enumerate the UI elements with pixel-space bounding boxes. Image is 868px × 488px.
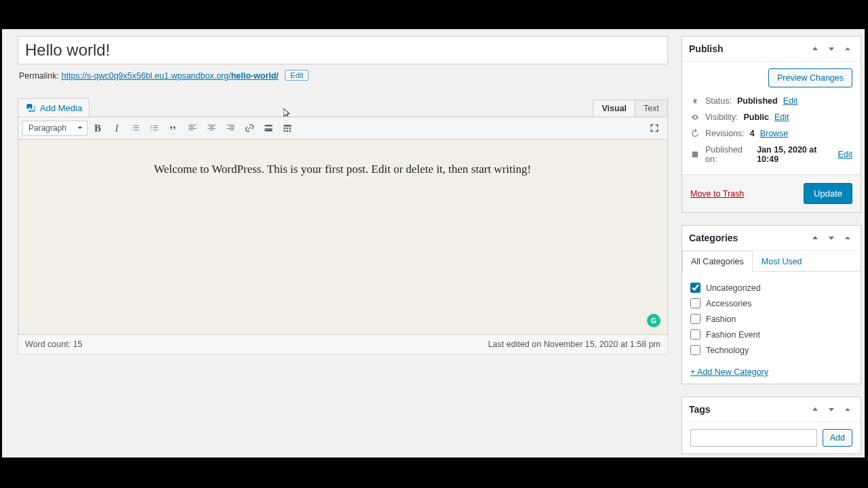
permalink-url[interactable]: https://s-qwc0q9x5x56bl.eu1.wpsandbox.or…: [62, 71, 279, 81]
tab-all-categories[interactable]: All Categories: [682, 251, 753, 272]
svg-rect-1: [283, 127, 285, 129]
editor-mode-tabs: Visual Text: [593, 100, 668, 117]
move-up-icon[interactable]: [809, 43, 821, 55]
visibility-edit-link[interactable]: Edit: [774, 113, 789, 122]
preview-changes-button[interactable]: Preview Changes: [768, 68, 852, 87]
category-checkbox[interactable]: [690, 345, 701, 355]
word-count: Word count: 15: [25, 340, 83, 349]
post-content[interactable]: Welcome to WordPress. This is your first…: [154, 160, 534, 180]
add-media-button[interactable]: Add Media: [18, 98, 90, 117]
published-date-row: Published on: Jan 15, 2020 at 10:49 Edit: [690, 142, 852, 167]
published-edit-link[interactable]: Edit: [837, 150, 852, 159]
revisions-browse-link[interactable]: Browse: [760, 129, 789, 138]
move-down-icon[interactable]: [825, 403, 837, 415]
tab-visual[interactable]: Visual: [593, 100, 635, 117]
category-checkbox[interactable]: [690, 314, 701, 324]
move-to-trash-link[interactable]: Move to Trash: [690, 189, 744, 199]
move-up-icon[interactable]: [809, 232, 821, 244]
category-checkbox[interactable]: [690, 329, 701, 340]
tags-input[interactable]: [690, 429, 817, 447]
bold-button[interactable]: B: [89, 120, 106, 136]
blockquote-button[interactable]: [165, 120, 182, 136]
category-item[interactable]: Technology: [690, 342, 852, 358]
permalink-label: Permalink:: [19, 71, 59, 81]
category-list: Uncategorized Accessories Fashion Fashio…: [690, 279, 852, 362]
grammarly-badge-icon[interactable]: G: [647, 314, 660, 327]
svg-rect-6: [289, 130, 290, 131]
update-button[interactable]: Update: [804, 183, 852, 204]
svg-rect-3: [289, 127, 290, 129]
italic-button[interactable]: I: [108, 120, 125, 136]
category-item[interactable]: Accessories: [690, 296, 852, 311]
move-down-icon[interactable]: [825, 232, 837, 244]
svg-rect-2: [286, 127, 288, 129]
revisions-row: Revisions: 4 Browse: [690, 125, 852, 142]
tags-heading: Tags: [689, 404, 711, 415]
toggle-panel-icon[interactable]: [842, 43, 854, 55]
add-new-category-link[interactable]: + Add New Category: [690, 367, 768, 377]
tab-text[interactable]: Text: [635, 100, 668, 117]
history-icon: [690, 129, 700, 138]
align-right-button[interactable]: [222, 120, 239, 136]
svg-rect-4: [283, 130, 285, 131]
status-row: Status: Published Edit: [690, 93, 852, 109]
publish-metabox: Publish Preview Changes Status: Publishe…: [682, 36, 861, 213]
post-title-wrap[interactable]: [18, 36, 668, 64]
category-item[interactable]: Fashion Event: [690, 327, 852, 342]
fullscreen-button[interactable]: [646, 120, 663, 136]
numbered-list-button[interactable]: [146, 120, 163, 136]
category-item[interactable]: Fashion: [690, 311, 852, 327]
toolbar-toggle-button[interactable]: [279, 120, 296, 136]
align-center-button[interactable]: [203, 120, 220, 136]
pin-icon: [690, 96, 700, 106]
editor-toolbar: Paragraph B I: [18, 117, 668, 140]
publish-heading: Publish: [689, 43, 724, 54]
category-checkbox[interactable]: [690, 298, 701, 308]
tab-most-used-categories[interactable]: Most Used: [753, 251, 811, 272]
editor-canvas[interactable]: Welcome to WordPress. This is your first…: [18, 140, 668, 335]
last-edited: Last edited on November 15, 2020 at 1:58…: [488, 340, 660, 349]
toggle-panel-icon[interactable]: [842, 232, 854, 244]
permalink-edit-button[interactable]: Edit: [285, 70, 309, 81]
media-icon: [25, 102, 36, 113]
toggle-panel-icon[interactable]: [842, 403, 854, 415]
add-tag-button[interactable]: Add: [823, 429, 852, 447]
calendar-icon: [690, 150, 700, 159]
move-down-icon[interactable]: [825, 43, 837, 55]
status-edit-link[interactable]: Edit: [783, 96, 798, 106]
categories-metabox: Categories All Categories Most Used Unca…: [682, 225, 861, 384]
category-checkbox[interactable]: [690, 283, 701, 293]
editor-footer: Word count: 15 Last edited on November 1…: [18, 335, 668, 354]
paragraph-format-select[interactable]: Paragraph: [22, 121, 87, 136]
svg-rect-0: [283, 125, 291, 126]
move-up-icon[interactable]: [809, 403, 821, 415]
categories-heading: Categories: [689, 232, 738, 243]
eye-icon: [690, 113, 700, 122]
add-media-label: Add Media: [40, 103, 82, 113]
insert-link-button[interactable]: [241, 120, 258, 136]
post-title-input[interactable]: [25, 41, 660, 60]
bullet-list-button[interactable]: [127, 120, 144, 136]
svg-rect-5: [286, 130, 288, 131]
permalink-row: Permalink: https://s-qwc0q9x5x56bl.eu1.w…: [18, 64, 668, 86]
align-left-button[interactable]: [184, 120, 201, 136]
visibility-row: Visibility: Public Edit: [690, 109, 852, 125]
insert-more-button[interactable]: [260, 120, 277, 136]
tags-metabox: Tags Add: [682, 396, 861, 454]
category-item[interactable]: Uncategorized: [690, 280, 852, 296]
